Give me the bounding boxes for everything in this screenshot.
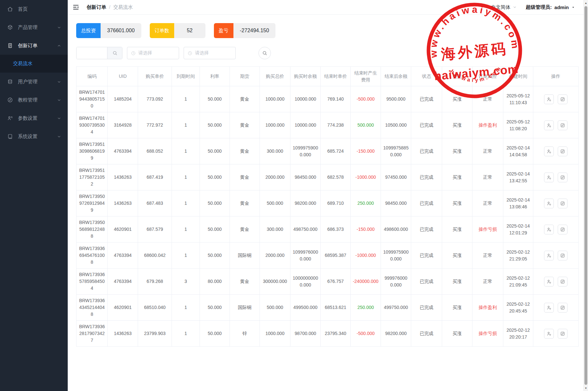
edit-button[interactable] [558,277,567,286]
user-audit-button[interactable] [544,199,554,208]
search-submit-button[interactable] [259,47,271,59]
sidebar-item-system[interactable]: 系统设置 [0,127,68,146]
cell-code: BRW17395130986068199 [77,138,108,164]
cell-risk: 正常 [472,269,503,295]
user-audit-button[interactable] [544,277,554,286]
user-audit-button[interactable] [544,251,554,260]
sidebar-subitem-flow[interactable]: 交易流水 [0,55,68,73]
cell-risk: 操作盈利 [472,295,503,321]
cell-uid: 1436263 [108,164,138,190]
sidebar-item-params[interactable]: 参数设置 [0,109,68,127]
cell-futures: 黄金 [230,269,260,295]
cell-actions [533,164,579,190]
date-picker-end[interactable]: 请选择 [184,47,236,59]
content: 总投资 376601.000 订单数 52 盈亏 -272494.150 请选择 [68,15,583,391]
sidebar-item-product[interactable]: 产品管理 [0,18,68,36]
edit-button[interactable] [558,94,567,104]
menu-fold-icon[interactable] [72,4,79,11]
cell-created: 2025-02-12 21:29:05 [503,243,533,269]
column-header: 结束时产生费用 [351,67,381,86]
vertical-scrollbar[interactable]: ▲ ▼ [583,0,588,391]
cell-balance-before: 98450.000 [290,164,321,190]
sidebar-item-users[interactable]: 用户管理 [0,73,68,91]
scrollbar-down-arrow[interactable]: ▼ [584,385,588,391]
edit-icon [560,201,565,206]
table-row: BRW17395117758721052 1436263 687.419 1 5… [77,164,579,190]
user-audit-button[interactable] [544,303,554,313]
keyword-input[interactable] [77,47,107,59]
cell-status: 已完成 [411,295,442,321]
cell-total-price: 2000.000 [260,243,290,269]
cell-total-price: 300000.000 [260,269,290,295]
cell-fee: 500.000 [351,112,381,138]
column-header: 订单风控 [472,67,503,86]
edit-button[interactable] [558,329,567,339]
cell-end-price: 68513.621 [321,295,351,321]
cell-futures: 黄金 [230,138,260,164]
admin-dropdown[interactable]: 超级管理员: admin [526,4,575,10]
scrollbar-up-arrow[interactable]: ▲ [584,0,588,6]
chevron-icon [57,98,61,102]
orders-table-wrap: 编码UID购买单价到期时间利率期货购买总价购买时余额结束时单价结束时产生费用结束… [76,66,575,347]
cell-uid: 1485204 [108,86,138,112]
sidebar-subitem-label: 交易流水 [13,61,33,67]
user-audit-button[interactable] [544,94,554,104]
language-selector[interactable]: 中文简体 [491,4,517,10]
cell-buy-price: 688.052 [138,138,172,164]
edit-icon [560,97,565,102]
edit-button[interactable] [558,147,567,156]
cell-status: 已完成 [411,269,442,295]
search-icon [112,50,118,56]
edit-button[interactable] [558,173,567,182]
scrollbar-thumb[interactable] [584,6,587,385]
edit-icon [560,175,565,180]
user-audit-button[interactable] [544,147,554,156]
edit-button[interactable] [558,225,567,234]
cell-code: BRW17395097269129849 [77,190,108,216]
cell-total-price: 1000.000 [260,86,290,112]
sidebar-item-icon [7,24,13,30]
cell-rate: 50.000 [200,86,230,112]
user-audit-button[interactable] [544,225,554,234]
stats-row: 总投资 376601.000 订单数 52 盈亏 -272494.150 [76,23,575,38]
sidebar-item-icon [7,79,13,85]
user-audit-button[interactable] [544,329,554,339]
sidebar-item-label: 用户管理 [18,79,57,85]
admin-role-label: 超级管理员: [526,4,552,10]
cell-code: BRW17395117758721052 [77,164,108,190]
edit-button[interactable] [558,199,567,208]
edit-button[interactable] [558,303,567,313]
date-picker-placeholder: 请选择 [195,50,209,56]
cell-code: BRW17470194438057150 [77,86,108,112]
cell-balance-before: 10999760000.000 [290,243,321,269]
cell-created: 2025-02-12 21:09:45 [503,269,533,295]
table-row: BRW17393643452144048 4620901 68510.040 1… [77,295,579,321]
cell-fee: -500.000 [351,321,381,347]
sidebar: 首页 产品管理 创新订单 交易流水 用户管理 教程管理 参数设置 系统设置 [0,0,68,391]
cell-balance-before: 98200.000 [290,190,321,216]
stat-chip-label: 总投资 [76,23,101,38]
user-audit-button[interactable] [544,173,554,182]
sidebar-item-icon [7,133,13,139]
edit-button[interactable] [558,251,567,260]
chevron-down-icon [513,5,517,9]
breadcrumb-current: 交易流水 [113,4,133,10]
cell-uid: 4620901 [108,295,138,321]
date-picker-start[interactable]: 请选择 [127,47,179,59]
user-audit-button[interactable] [544,120,554,130]
cell-status: 已完成 [411,138,442,164]
cell-futures: 黄金 [230,86,260,112]
cell-created: 2025-02-14 12:01:29 [503,216,533,243]
breadcrumb-parent[interactable]: 创新订单 [87,4,106,10]
sidebar-item-tutorial[interactable]: 教程管理 [0,91,68,109]
sidebar-item-orders[interactable]: 创新订单 [0,36,68,55]
admin-username: admin [554,5,569,10]
column-header: 结束后余额 [381,67,411,86]
cell-type: 买涨 [442,86,472,112]
cell-rate: 50.000 [200,216,230,243]
cell-balance-after: 98450.000 [381,190,411,216]
keyword-search-button[interactable] [107,47,122,59]
edit-button[interactable] [558,120,567,130]
sidebar-item-home[interactable]: 首页 [0,0,68,18]
cell-futures: 黄金 [230,216,260,243]
